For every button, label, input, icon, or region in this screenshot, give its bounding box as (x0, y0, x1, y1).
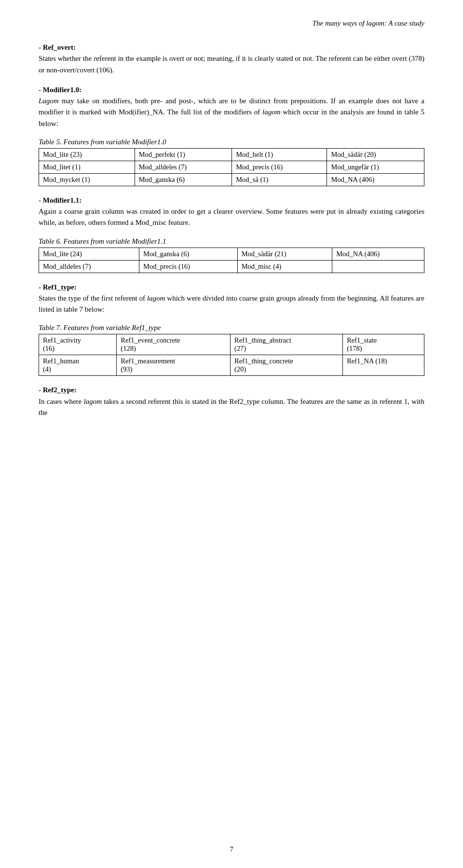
table7-caption: Table 7. Features from variable Ref1_typ… (39, 324, 424, 332)
ref2-type-content: - Ref2_type: In cases where lagom takes … (39, 385, 424, 418)
table-cell (332, 260, 424, 273)
section-ref-overt: - Ref_overt: States whether the referent… (39, 42, 424, 76)
table-cell: Ref1_event_concrete(128) (117, 334, 231, 355)
ref2-type-label: - Ref2_type: (39, 386, 77, 394)
table-row: Mod_litet (1) Mod_alldeles (7) Mod_preci… (39, 161, 424, 173)
table-cell: Mod_sådär (21) (237, 248, 332, 260)
table-row: Ref1_activity(16) Ref1_event_concrete(12… (39, 334, 424, 355)
lagom-word-3: lagom (147, 294, 165, 302)
table-row: Mod_mycket (1) Mod_ganska (6) Mod_så (1)… (39, 173, 424, 186)
table-cell: Mod_sådär (20) (327, 148, 424, 161)
page-header: The many ways of lagom: A case study (39, 19, 424, 28)
table-cell: Mod_ganska (6) (139, 248, 238, 260)
modifier1-1-content: - Modifier1.1: Again a coarse grain colu… (39, 195, 424, 229)
table-cell: Mod_ganska (6) (135, 173, 232, 186)
table-cell: Ref1_human(4) (39, 355, 117, 376)
ref1-type-label: - Ref1_type: (39, 283, 77, 291)
table5-section: Table 5. Features from variable Modifier… (39, 138, 424, 186)
table-cell: Mod_misc (4) (237, 260, 332, 273)
table-cell: Ref1_measurement(93) (117, 355, 231, 376)
page-title: The many ways of lagom: A case study (313, 19, 424, 27)
section-modifier1-0: - Modifier1.0: Lagom may take on modifie… (39, 84, 424, 129)
table-cell: Mod_lite (24) (39, 248, 139, 260)
table-cell: Mod_precis (16) (139, 260, 238, 273)
table-cell: Mod_litet (1) (39, 161, 135, 173)
table-cell: Mod_alldeles (7) (39, 260, 139, 273)
table6-caption-text: Table 6. Features from variable Modifier… (39, 237, 166, 245)
ref-overt-label: - Ref_overt: (39, 43, 76, 51)
table5-caption-text: Table 5. Features from variable Modifier… (39, 138, 166, 146)
table-cell: Mod_perfekt (1) (135, 148, 232, 161)
table5-caption: Table 5. Features from variable Modifier… (39, 138, 424, 146)
modifier1-0-content: - Modifier1.0: Lagom may take on modifie… (39, 84, 424, 129)
table-cell: Mod_så (1) (232, 173, 327, 186)
table-cell: Ref1_thing_abstract(27) (231, 334, 343, 355)
lagom-word-1: Lagom (39, 97, 59, 105)
table-cell: Mod_alldeles (7) (135, 161, 232, 173)
table-cell: Mod_lite (23) (39, 148, 135, 161)
table7-section: Table 7. Features from variable Ref1_typ… (39, 324, 424, 376)
table-cell: Ref1_NA (18) (343, 355, 424, 376)
section-ref1-type: - Ref1_type: States the type of the firs… (39, 282, 424, 316)
modifier1-0-label: - Modifier1.0: (39, 86, 82, 94)
table-cell: Mod_mycket (1) (39, 173, 135, 186)
table-cell: Ref1_state(178) (343, 334, 424, 355)
lagom-word-2: lagom (262, 108, 281, 116)
table7: Ref1_activity(16) Ref1_event_concrete(12… (39, 334, 424, 376)
table-cell: Ref1_activity(16) (39, 334, 117, 355)
table-cell: Mod_NA (406) (327, 173, 424, 186)
table6-section: Table 6. Features from variable Modifier… (39, 237, 424, 273)
table-cell: Mod_ungefär (1) (327, 161, 424, 173)
table-cell: Mod_NA (406) (332, 248, 424, 260)
table-cell: Ref1_thing_concrete(20) (231, 355, 343, 376)
ref-overt-content: - Ref_overt: States whether the referent… (39, 42, 424, 76)
table-row: Mod_alldeles (7) Mod_precis (16) Mod_mis… (39, 260, 424, 273)
table-row: Mod_lite (24) Mod_ganska (6) Mod_sådär (… (39, 248, 424, 260)
ref1-type-content: - Ref1_type: States the type of the firs… (39, 282, 424, 316)
table-row: Mod_lite (23) Mod_perfekt (1) Mod_helt (… (39, 148, 424, 161)
table-cell: Mod_helt (1) (232, 148, 327, 161)
lagom-word-4: lagom (83, 398, 102, 405)
modifier1-1-label: - Modifier1.1: (39, 196, 82, 204)
table6-caption: Table 6. Features from variable Modifier… (39, 237, 424, 246)
table-row: Ref1_human(4) Ref1_measurement(93) Ref1_… (39, 355, 424, 376)
page-number: 7 (0, 845, 463, 854)
table-cell: Mod_precis (16) (232, 161, 327, 173)
page: The many ways of lagom: A case study - R… (0, 0, 463, 868)
table6: Mod_lite (24) Mod_ganska (6) Mod_sådär (… (39, 248, 424, 273)
table7-caption-text: Table 7. Features from variable Ref1_typ… (39, 324, 161, 331)
section-ref2-type: - Ref2_type: In cases where lagom takes … (39, 385, 424, 418)
table5: Mod_lite (23) Mod_perfekt (1) Mod_helt (… (39, 148, 424, 186)
section-modifier1-1: - Modifier1.1: Again a coarse grain colu… (39, 195, 424, 229)
